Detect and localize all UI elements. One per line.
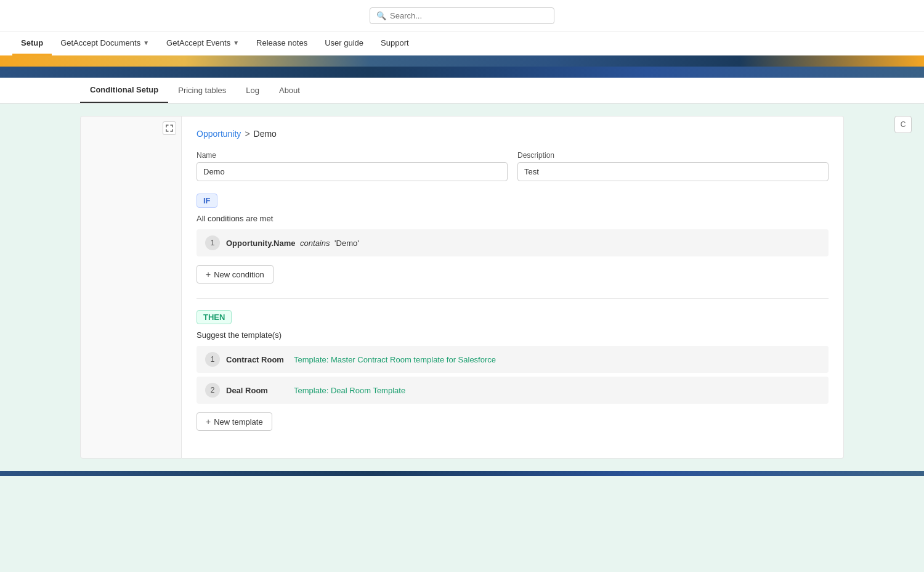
description-field-group: Description (517, 151, 829, 181)
search-icon: 🔍 (376, 11, 386, 20)
name-input[interactable] (197, 162, 508, 181)
nav-item-getaccept-events[interactable]: GetAccept Events ▼ (158, 32, 248, 54)
if-badge: IF (197, 194, 217, 208)
breadcrumb-separator: > (245, 129, 249, 139)
plus-icon-template: + (206, 417, 211, 427)
chevron-down-icon: ▼ (143, 39, 149, 46)
nav-item-support[interactable]: Support (372, 32, 418, 54)
nav-bar: Setup GetAccept Documents ▼ GetAccept Ev… (0, 32, 924, 55)
template-row-2: 2 Deal Room Template: Deal Room Template (197, 377, 829, 404)
form-row: Name Description (197, 151, 829, 181)
if-subtitle: All conditions are met (197, 214, 829, 223)
then-badge: THEN (197, 310, 232, 324)
sub-nav-item-pricing-tables[interactable]: Pricing tables (168, 78, 236, 102)
add-template-button[interactable]: + New template (197, 412, 272, 431)
nav-item-release-notes[interactable]: Release notes (248, 32, 316, 54)
condition-value: 'Demo' (334, 239, 359, 248)
breadcrumb-current: Demo (254, 129, 277, 139)
add-template-label: New template (214, 417, 262, 427)
template-link-1[interactable]: Template: Master Contract Room template … (294, 355, 496, 364)
corner-button[interactable]: C (894, 116, 912, 133)
plus-icon: + (206, 269, 211, 279)
condition-operator: contains (300, 239, 330, 248)
sub-nav-item-conditional-setup[interactable]: Conditional Setup (80, 78, 168, 103)
template-number-2: 2 (205, 383, 220, 398)
if-block: IF All conditions are met 1 Opportunity.… (197, 194, 829, 284)
sub-nav: Conditional Setup Pricing tables Log Abo… (0, 78, 924, 104)
condition-row: 1 Opportunity.Name contains 'Demo' (197, 229, 829, 256)
condition-number: 1 (205, 235, 220, 250)
then-subtitle: Suggest the template(s) (197, 330, 829, 340)
condition-text: Opportunity.Name contains 'Demo' (226, 239, 359, 248)
expand-button[interactable] (163, 121, 176, 135)
search-box[interactable]: 🔍 (370, 7, 554, 24)
template-type-1: Contract Room (226, 355, 288, 364)
description-label: Description (517, 151, 829, 160)
search-input[interactable] (390, 11, 548, 20)
template-type-2: Deal Room (226, 386, 288, 395)
template-row-1: 1 Contract Room Template: Master Contrac… (197, 346, 829, 373)
sub-nav-item-log[interactable]: Log (236, 78, 269, 102)
add-condition-button[interactable]: + New condition (197, 265, 274, 284)
chevron-down-icon: ▼ (233, 39, 239, 46)
condition-field: Opportunity.Name (226, 239, 295, 248)
description-input[interactable] (517, 162, 829, 181)
deco-band-bottom (0, 67, 924, 78)
template-number-1: 1 (205, 352, 220, 367)
right-panel: Opportunity > Demo Name Description IF A… (182, 116, 844, 459)
template-link-2[interactable]: Template: Deal Room Template (294, 386, 405, 395)
left-sidebar (80, 116, 182, 459)
breadcrumb: Opportunity > Demo (197, 129, 829, 139)
breadcrumb-link[interactable]: Opportunity (197, 129, 241, 139)
layout-row: Opportunity > Demo Name Description IF A… (80, 116, 844, 459)
sub-nav-item-about[interactable]: About (269, 78, 310, 102)
nav-item-setup[interactable]: Setup (12, 32, 52, 54)
then-block: THEN Suggest the template(s) 1 Contract … (197, 310, 829, 431)
nav-item-getaccept-documents[interactable]: GetAccept Documents ▼ (52, 32, 158, 54)
main-area: C Opportunity > Demo Name (0, 104, 924, 471)
name-label: Name (197, 151, 508, 160)
name-field-group: Name (197, 151, 508, 181)
deco-band-top (0, 55, 924, 67)
divider (197, 298, 829, 299)
nav-item-user-guide[interactable]: User guide (316, 32, 372, 54)
top-bar: 🔍 (0, 0, 924, 32)
footer-band (0, 471, 924, 476)
add-condition-label: New condition (214, 270, 264, 279)
